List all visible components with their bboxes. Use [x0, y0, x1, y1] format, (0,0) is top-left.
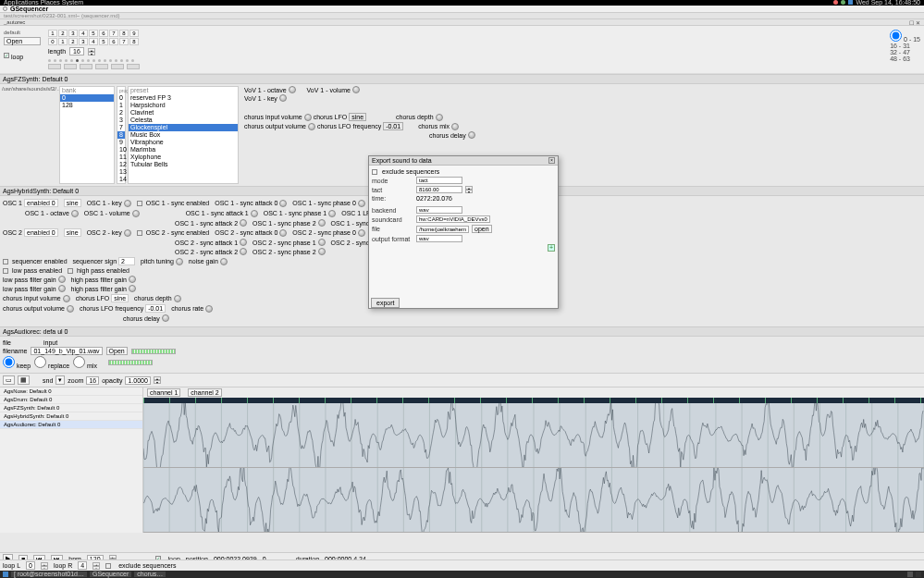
pad-8[interactable]: 8: [119, 30, 129, 37]
osc2-sa1-knob[interactable]: [240, 239, 247, 246]
track-1[interactable]: AgsDrum: Default 0: [0, 396, 142, 404]
dlg-mode-combo[interactable]: tact: [416, 177, 462, 184]
step-4[interactable]: [65, 59, 68, 62]
loop-checkbox[interactable]: [4, 53, 9, 58]
seq-en-chk[interactable]: [3, 259, 8, 264]
prog-14[interactable]: 14: [117, 176, 125, 183]
step-8[interactable]: [87, 59, 90, 62]
range-0-15[interactable]: [890, 30, 902, 42]
osc2-syncen-chk[interactable]: [137, 230, 142, 236]
block-1[interactable]: [48, 64, 61, 69]
step-16[interactable]: [131, 59, 134, 62]
dlg-tact-val[interactable]: 8160.00: [416, 186, 462, 193]
preset-1[interactable]: Harpsichord: [129, 102, 238, 109]
pitch-knob[interactable]: [176, 258, 183, 265]
block-6[interactable]: [127, 64, 140, 69]
task-chorus[interactable]: chorus…: [134, 572, 166, 577]
bank-128[interactable]: 128: [60, 102, 114, 109]
dlg-tact-spin[interactable]: ▴▾: [465, 186, 473, 193]
pad-1[interactable]: 1: [48, 30, 57, 37]
range-16-31[interactable]: 16 - 31: [890, 43, 920, 49]
wave-lane-1[interactable]: [143, 468, 924, 533]
prog-0[interactable]: 0: [117, 94, 125, 102]
cdep-knob[interactable]: [174, 295, 181, 302]
step-13[interactable]: [115, 59, 117, 62]
noise-knob[interactable]: [220, 258, 228, 265]
file-open-button[interactable]: Open: [106, 347, 128, 355]
dlg-soundcard-combo[interactable]: hw:CARD=nVIDIA_DEVvs0: [416, 215, 490, 223]
range-48-63[interactable]: 48 - 63: [890, 55, 920, 62]
osc1-sp0-knob[interactable]: [358, 200, 365, 207]
osc1-sp2-knob[interactable]: [318, 219, 326, 227]
loopL-spin[interactable]: +−: [41, 562, 48, 570]
step-14[interactable]: [120, 59, 123, 62]
seq-sign-val[interactable]: 2: [118, 257, 135, 265]
hpe-chk[interactable]: [68, 268, 73, 274]
crate-knob[interactable]: [205, 305, 213, 313]
step-7[interactable]: [81, 59, 84, 62]
tool-select[interactable]: ▦: [18, 375, 30, 385]
loopR-spin[interactable]: +−: [92, 562, 100, 570]
step-3[interactable]: [59, 59, 62, 62]
track-4[interactable]: AgsAudiorec: Default 0: [0, 421, 142, 429]
preset-list[interactable]: preset reserved FP 3 Harpsichord Clavine…: [128, 86, 239, 184]
dlg-outfmt-combo[interactable]: wav: [416, 235, 462, 242]
window-controls[interactable]: ☐ ✕: [909, 19, 920, 26]
step-6[interactable]: [76, 59, 79, 62]
pad-3[interactable]: 3: [68, 30, 78, 37]
preset-2[interactable]: Clavinet: [129, 109, 238, 117]
preset-3[interactable]: Celesta: [129, 117, 238, 124]
osc2-sp2-knob[interactable]: [318, 248, 326, 255]
prog-10[interactable]: 10: [117, 146, 125, 154]
osc2-sp0-knob[interactable]: [358, 229, 365, 237]
osc2-sp1-knob[interactable]: [318, 239, 326, 246]
hpg-knob[interactable]: [129, 276, 136, 283]
osc2-sa2-knob[interactable]: [240, 248, 247, 255]
preset-9[interactable]: Tubular Bells: [129, 161, 238, 168]
section-fzsynth[interactable]: AgsFZSynth: Default 0: [0, 74, 924, 84]
chorus-delay-knob[interactable]: [468, 131, 475, 139]
cdel-knob[interactable]: [162, 314, 169, 322]
lane-tab-1[interactable]: channel 2: [188, 388, 221, 397]
clfo-combo[interactable]: sine: [111, 294, 129, 302]
pad-5[interactable]: 5: [89, 30, 98, 37]
lane-tab-0[interactable]: channel 1: [147, 388, 180, 397]
pad-9[interactable]: 9: [129, 30, 139, 37]
dlg-open-button[interactable]: open: [472, 225, 492, 233]
prog-12[interactable]: 12: [117, 161, 125, 168]
step-1[interactable]: [48, 59, 51, 62]
loopL-val[interactable]: 0: [26, 561, 35, 570]
loopR-val[interactable]: 4: [78, 561, 87, 570]
chorus-in-knob[interactable]: [304, 114, 312, 121]
padb-7[interactable]: 7: [119, 38, 129, 45]
excl-seq-chk[interactable]: [105, 563, 111, 569]
section-audiorec[interactable]: AgsAudiorec: defa ul 0: [0, 326, 924, 337]
tab-autorec[interactable]: _autorec: [4, 19, 25, 25]
vov1-vol-knob[interactable]: [352, 86, 360, 93]
workspace-2[interactable]: [916, 572, 921, 577]
dialog-close-icon[interactable]: ×: [548, 157, 555, 164]
osc1-key-knob[interactable]: [124, 200, 131, 207]
preset-7[interactable]: Marimba: [129, 146, 238, 154]
pad-6[interactable]: 6: [99, 30, 108, 37]
block-5[interactable]: [111, 64, 124, 69]
bank-0[interactable]: 0: [60, 94, 114, 102]
clfof-val[interactable]: -0.01: [145, 304, 166, 313]
show-desktop-icon[interactable]: [3, 572, 8, 577]
preset-8[interactable]: Xylophone: [129, 154, 238, 161]
step-9[interactable]: [92, 59, 95, 62]
opacity-spin[interactable]: ▴▾: [154, 376, 161, 384]
osc1-enabled[interactable]: enabled 0: [24, 199, 58, 207]
net-icon[interactable]: [833, 0, 838, 5]
block-3[interactable]: [80, 64, 92, 69]
civ-knob[interactable]: [63, 295, 70, 302]
osc1-sp1-knob[interactable]: [328, 210, 336, 217]
vov1-octave-knob[interactable]: [289, 86, 296, 93]
zoom-val[interactable]: 16: [86, 376, 99, 385]
cov-knob[interactable]: [67, 305, 74, 313]
padb-0[interactable]: 0: [48, 38, 57, 45]
wave-canvas[interactable]: channel 1 channel 2: [143, 387, 924, 533]
mode-keep[interactable]: [3, 356, 15, 368]
wave-lane-0[interactable]: [143, 403, 924, 468]
dialog-titlebar[interactable]: Export sound to data ×: [369, 156, 558, 166]
